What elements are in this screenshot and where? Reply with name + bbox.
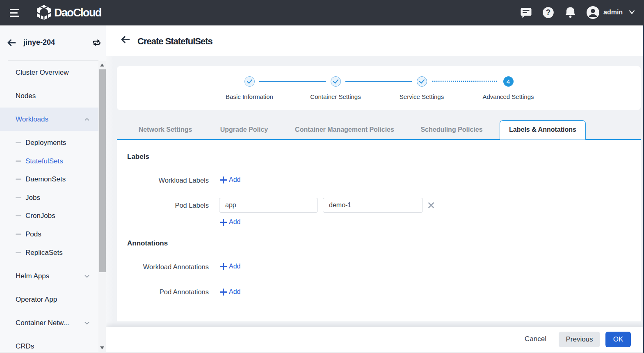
svg-text:?: ? (546, 8, 551, 17)
